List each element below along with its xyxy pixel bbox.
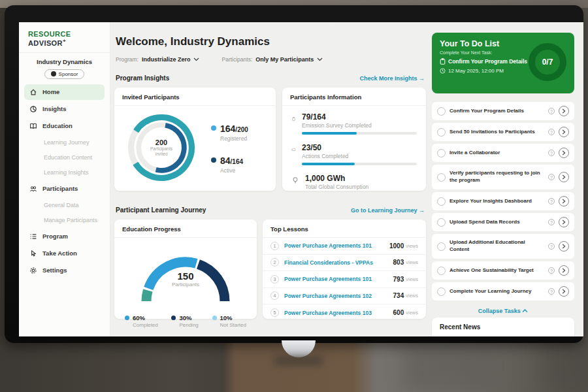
sidebar-item-participants[interactable]: Participants bbox=[24, 181, 105, 197]
chevron-right-icon[interactable] bbox=[559, 286, 569, 297]
program-label: Program: bbox=[116, 56, 139, 63]
monitor-bezel: RESOURCE ADVISOR+ Industry Dynamics Spon… bbox=[5, 5, 583, 343]
sidebar-item-learning-insights[interactable]: Learning Insights bbox=[24, 165, 105, 180]
chevron-right-icon[interactable] bbox=[559, 106, 569, 116]
lesson-link[interactable]: Power Purchase Agreements 101 bbox=[284, 276, 393, 282]
sidebar-item-insights[interactable]: Insights bbox=[24, 101, 105, 117]
card-title: Participants Information bbox=[282, 88, 426, 106]
lessons-list: 1 Power Purchase Agreements 101 1000view… bbox=[263, 238, 426, 321]
lesson-link[interactable]: Financial Considerations - VPPAs bbox=[284, 259, 393, 266]
filters-row: Program: Industrialize Zero Participants… bbox=[116, 56, 323, 63]
background-blur-shape bbox=[404, 340, 495, 392]
task-row[interactable]: Send 50 Invitations to Participants ? bbox=[432, 123, 574, 141]
clock-icon bbox=[440, 68, 446, 74]
chevron-right-icon[interactable] bbox=[559, 265, 569, 276]
chevron-right-icon[interactable] bbox=[559, 217, 569, 227]
task-row[interactable]: Achieve One Sustainability Target ? bbox=[432, 261, 574, 280]
participants-icon bbox=[29, 185, 37, 193]
arrow-right-icon: → bbox=[419, 207, 425, 214]
chevron-right-icon[interactable] bbox=[559, 172, 569, 182]
logo-secondary: ADVISOR bbox=[28, 39, 63, 47]
task-row[interactable]: Confirm Your Program Details ? bbox=[432, 102, 574, 120]
info-icon[interactable]: ? bbox=[548, 198, 555, 204]
actions-icon bbox=[291, 146, 296, 154]
participants-dropdown[interactable]: Participants: Only My Participants bbox=[221, 56, 323, 63]
lesson-link[interactable]: Power Purchase Agreements 101 bbox=[284, 242, 389, 249]
sidebar-item-education[interactable]: Education bbox=[24, 118, 105, 134]
sponsor-badge[interactable]: Sponsor bbox=[44, 69, 85, 79]
task-row[interactable]: Explore Your Insights Dashboard ? bbox=[432, 192, 574, 210]
program-icon bbox=[29, 233, 37, 240]
legend-dot-completed bbox=[125, 316, 129, 320]
sidebar-item-learning-journey[interactable]: Learning Journey bbox=[24, 135, 105, 150]
info-row-emission-survey: 79/164 Emission Survey Completed bbox=[291, 112, 417, 135]
sidebar-item-label: Take Action bbox=[42, 250, 77, 257]
program-dropdown[interactable]: Program: Industrialize Zero bbox=[116, 56, 199, 63]
task-checkbox[interactable] bbox=[437, 242, 446, 251]
task-row[interactable]: Invite a Collaborator ? bbox=[432, 144, 574, 162]
todo-task-list: Confirm Your Program Details ? Send 50 I… bbox=[432, 102, 574, 314]
org-name: Industry Dynamics bbox=[19, 58, 110, 65]
chevron-right-icon[interactable] bbox=[559, 241, 569, 252]
lesson-link[interactable]: Power Purchase Agreements 102 bbox=[284, 293, 393, 299]
chevron-down-icon bbox=[317, 57, 323, 61]
donut-center-label: 200 Participants Invited bbox=[123, 110, 199, 186]
legend-not-started: 10%Not Started bbox=[212, 314, 246, 328]
sidebar-item-home[interactable]: Home bbox=[24, 84, 105, 100]
sidebar-item-general-data[interactable]: General Data bbox=[24, 198, 105, 212]
recent-news-title: Recent News bbox=[432, 318, 574, 336]
task-row[interactable]: Upload Additional Educational Content ? bbox=[432, 234, 574, 259]
info-icon[interactable]: ? bbox=[548, 243, 555, 250]
info-icon[interactable]: ? bbox=[548, 174, 555, 180]
info-icon[interactable]: ? bbox=[548, 288, 555, 295]
todo-next-task: Confirm Your Program Details bbox=[440, 58, 529, 65]
progress-bar bbox=[302, 163, 417, 165]
legend-dot-registered bbox=[211, 125, 216, 131]
sidebar-item-manage-participants[interactable]: Manage Participants bbox=[24, 213, 105, 227]
sidebar-item-program[interactable]: Program bbox=[24, 229, 105, 244]
legend-dot-pending bbox=[171, 316, 176, 320]
lesson-row: 3 Power Purchase Agreements 101 793views bbox=[263, 271, 426, 288]
sidebar-item-take-action[interactable]: Take Action bbox=[24, 246, 105, 261]
todo-summary-card: Your To Do List Complete Your Next Task:… bbox=[432, 33, 574, 93]
check-more-insights-link[interactable]: Check More Insights → bbox=[359, 75, 425, 82]
chevron-right-icon[interactable] bbox=[559, 127, 569, 137]
logo-primary: RESOURCE bbox=[28, 30, 71, 38]
info-icon[interactable]: ? bbox=[548, 267, 555, 274]
go-to-learning-journey-link[interactable]: Go to Learning Journey → bbox=[351, 207, 425, 214]
task-row[interactable]: Verify participants requesting to join t… bbox=[432, 165, 574, 189]
learning-journey-header: Participant Learning Journey Go to Learn… bbox=[116, 206, 425, 214]
lesson-row: 2 Financial Considerations - VPPAs 803vi… bbox=[263, 255, 426, 272]
task-checkbox[interactable] bbox=[437, 107, 446, 116]
sidebar-item-label: Participants bbox=[42, 185, 78, 192]
lesson-row: 5 Power Purchase Agreements 103 600views bbox=[263, 304, 426, 321]
info-icon[interactable]: ? bbox=[548, 108, 555, 114]
task-checkbox[interactable] bbox=[437, 287, 446, 296]
sidebar-item-education-content[interactable]: Education Content bbox=[24, 150, 105, 165]
task-row[interactable]: Upload Spend Data Records ? bbox=[432, 213, 574, 231]
chevron-down-icon bbox=[193, 57, 199, 61]
lesson-link[interactable]: Power Purchase Agreements 103 bbox=[284, 310, 393, 316]
task-checkbox[interactable] bbox=[437, 128, 446, 137]
section-title: Program Insights bbox=[116, 74, 169, 82]
chevron-right-icon[interactable] bbox=[559, 148, 569, 158]
info-icon[interactable]: ? bbox=[548, 150, 555, 156]
sidebar-item-settings[interactable]: Settings bbox=[24, 263, 105, 278]
task-checkbox[interactable] bbox=[437, 267, 446, 275]
task-checkbox[interactable] bbox=[437, 149, 446, 157]
task-checkbox[interactable] bbox=[437, 173, 446, 182]
invited-participants-card: Invited Participants 200 Participants I bbox=[114, 88, 276, 191]
info-row-actions: 23/50 Actions Completed bbox=[291, 143, 417, 165]
settings-icon bbox=[29, 267, 37, 274]
survey-icon bbox=[291, 115, 296, 123]
sidebar-item-label: Program bbox=[42, 233, 68, 240]
info-icon[interactable]: ? bbox=[548, 129, 555, 135]
task-row[interactable]: Complete Your Learning Journey ? bbox=[432, 282, 574, 301]
collapse-tasks-link[interactable]: Collapse Tasks bbox=[432, 308, 574, 314]
legend-pending: 30%Pending bbox=[171, 314, 198, 328]
task-checkbox[interactable] bbox=[437, 197, 446, 206]
info-icon[interactable]: ? bbox=[548, 219, 555, 225]
task-checkbox[interactable] bbox=[437, 218, 446, 227]
chevron-right-icon[interactable] bbox=[559, 196, 569, 206]
todo-next-time: 12 May 2025, 12:00 PM bbox=[440, 68, 529, 74]
